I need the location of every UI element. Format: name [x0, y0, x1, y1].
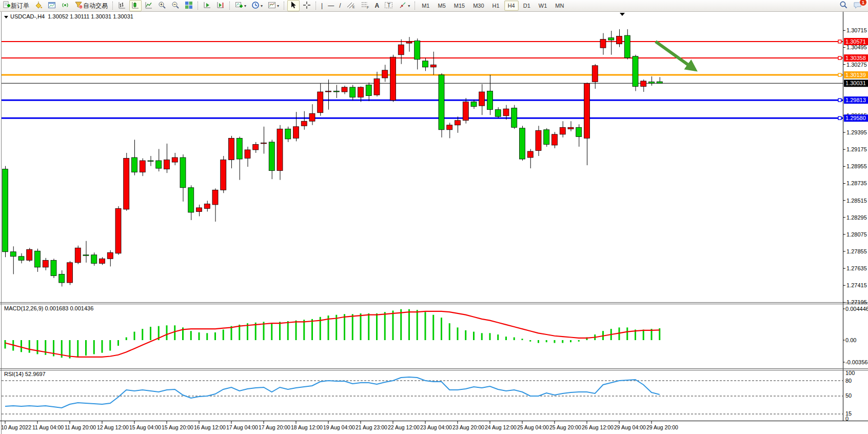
- chart-shift-icon: [216, 1, 225, 11]
- zoom-out-button[interactable]: [169, 0, 182, 11]
- chart-symbol-period: USDCAD-,H4: [10, 13, 45, 19]
- object-anchor-marker: [620, 13, 625, 16]
- candle-bearish: [51, 260, 56, 275]
- time-axis-label: 23 Aug 20:00: [452, 424, 484, 430]
- price-tick-label: 1.30275: [846, 62, 867, 68]
- hline-handle[interactable]: [838, 73, 841, 76]
- crosshair-tool-button[interactable]: [301, 0, 313, 11]
- timeframe-button-M30[interactable]: M30: [469, 1, 487, 11]
- candle-bullish: [600, 40, 606, 48]
- toolbar-separator: [284, 2, 285, 10]
- candle-bearish: [520, 128, 525, 159]
- candle-bearish: [495, 110, 501, 117]
- candle-bearish: [285, 129, 291, 139]
- candle-bearish: [236, 138, 242, 159]
- tile-windows-button[interactable]: [183, 0, 195, 11]
- toolbar-separator: [112, 2, 113, 10]
- indicators-button[interactable]: ▾: [233, 0, 248, 11]
- arrows-tool-button[interactable]: ▾: [397, 0, 412, 11]
- time-axis-label: 16 Aug 12:00: [194, 424, 226, 430]
- candle-bearish: [657, 82, 662, 83]
- candle-bullish: [67, 263, 73, 283]
- timeframe-button-D1[interactable]: D1: [520, 1, 534, 11]
- macd-signal-line: [5, 311, 660, 357]
- timeframe-button-H4[interactable]: H4: [504, 1, 519, 11]
- chart-title[interactable]: USDCAD-,H4 1.30052 1.30111 1.30031 1.300…: [4, 13, 133, 19]
- fibonacci-tool-button[interactable]: F: [359, 0, 372, 11]
- price-tick-label: 1.28295: [846, 214, 867, 221]
- auto-scroll-button[interactable]: [201, 0, 213, 11]
- line-chart-mode-button[interactable]: [143, 0, 155, 11]
- new-order-icon: [3, 1, 11, 11]
- search-button[interactable]: [837, 0, 850, 11]
- candle-bullish: [140, 161, 145, 172]
- candle-bullish: [43, 260, 48, 267]
- candle-bullish: [229, 138, 234, 160]
- candle-bullish: [245, 150, 250, 159]
- candle-bearish: [59, 274, 65, 283]
- bar-chart-mode-button[interactable]: [116, 0, 128, 11]
- price-tick-label: 1.28515: [846, 198, 867, 204]
- time-axis-label: 17 Aug 20:00: [259, 424, 290, 430]
- chart-canvas[interactable]: 1.307151.304951.302751.296151.293951.291…: [0, 0, 868, 434]
- cursor-tool-button[interactable]: [287, 0, 300, 11]
- chart-shift-button[interactable]: [214, 0, 227, 11]
- candlestick-mode-button[interactable]: [129, 0, 142, 11]
- candle-bearish: [544, 130, 549, 145]
- periods-button[interactable]: ▾: [249, 0, 265, 11]
- candle-bearish: [511, 108, 517, 128]
- candle-bullish: [326, 91, 331, 92]
- trendline-tool-button[interactable]: /: [337, 0, 343, 11]
- templates-button[interactable]: ▾: [266, 0, 281, 11]
- timeframe-button-H1[interactable]: H1: [489, 1, 503, 11]
- hline-handle[interactable]: [838, 56, 841, 60]
- text-tool-button[interactable]: A: [373, 0, 382, 11]
- price-tick-label: 1.29175: [846, 146, 867, 152]
- label-tool-button[interactable]: T: [382, 0, 396, 11]
- timeframe-button-M5[interactable]: M5: [434, 1, 449, 11]
- new-order-button[interactable]: 新订单: [1, 0, 31, 11]
- zoom-in-button[interactable]: [156, 0, 168, 11]
- arrows-icon: [399, 1, 407, 11]
- hline-handle[interactable]: [838, 98, 841, 102]
- hline-handle[interactable]: [838, 116, 841, 120]
- time-axis-label: 26 Aug 12:00: [582, 424, 614, 430]
- vertical-line-tool-button[interactable]: |: [319, 0, 325, 11]
- rsi-indicator-label: RSI(14) 52.9697: [4, 371, 46, 377]
- time-axis-label: 25 Aug 20:00: [549, 424, 581, 430]
- hline-handle[interactable]: [838, 40, 841, 43]
- styler-button[interactable]: [32, 0, 45, 11]
- toolbar-separator: [229, 2, 230, 10]
- auto-trading-button[interactable]: 自动交易: [72, 0, 110, 11]
- candle-bullish: [463, 102, 468, 121]
- timeframe-button-MN[interactable]: MN: [551, 1, 567, 11]
- macd-values: 0.001683 0.001436: [45, 305, 93, 311]
- signals-button[interactable]: [59, 0, 71, 11]
- timeframe-button-W1[interactable]: W1: [535, 1, 551, 11]
- timeframe-button-M15[interactable]: M15: [450, 1, 468, 11]
- candle-bullish: [374, 78, 380, 95]
- candle-bearish: [188, 188, 194, 212]
- candle-bullish: [560, 127, 565, 134]
- notification-count-badge: 1: [859, 0, 867, 6]
- candle-bearish: [156, 161, 162, 168]
- chart-window-icon: [48, 1, 56, 11]
- candle-bearish: [649, 82, 655, 83]
- vertical-line-icon: |: [321, 2, 323, 9]
- trend-arrow-annotation[interactable]: [656, 42, 695, 70]
- time-axis-label: 17 Aug 04:00: [226, 424, 258, 430]
- notifications-button[interactable]: 1: [851, 0, 864, 11]
- candle-bullish: [455, 121, 461, 125]
- timeframe-button-M1[interactable]: M1: [418, 1, 433, 11]
- new-chart-button[interactable]: [46, 0, 58, 11]
- price-tick-label: 1.28075: [846, 231, 867, 238]
- chevron-down-icon: ▾: [244, 4, 246, 8]
- horizontal-line-tool-button[interactable]: —: [326, 0, 336, 11]
- current-price-badge-text: 1.30031: [845, 80, 866, 86]
- candle-bearish: [415, 41, 420, 60]
- channel-tool-button[interactable]: E: [344, 0, 358, 11]
- candle-bullish: [641, 81, 646, 87]
- candle-bullish: [552, 134, 558, 145]
- candle-bullish: [358, 87, 364, 97]
- price-tick-label: 1.30495: [846, 44, 867, 50]
